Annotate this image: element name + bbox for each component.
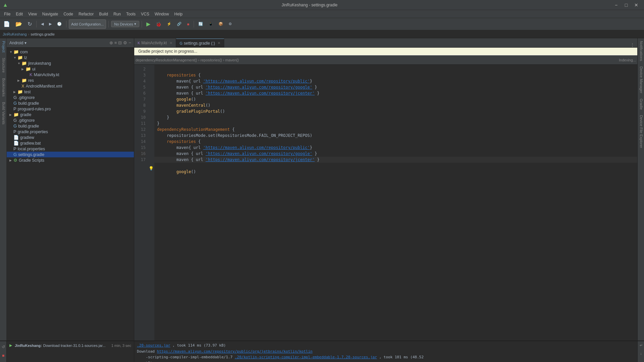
tree-item-gradle-props[interactable]: P gradle.properties	[7, 129, 134, 135]
run-button[interactable]: ▶	[144, 19, 152, 29]
sync-project-button[interactable]: 🔄	[196, 19, 205, 29]
tree-item-gradlew[interactable]: 📄 gradlew	[7, 135, 134, 140]
url-link-4[interactable]: 'https://maven.aliyun.com/repository/pub…	[203, 145, 310, 150]
menu-item-navigate[interactable]: Navigate	[40, 11, 61, 17]
tree-item-ui[interactable]: ▶ 📁 ui	[7, 66, 134, 72]
minimize-button[interactable]: −	[611, 0, 621, 10]
url-link-2[interactable]: 'https://maven.aliyun.com/repository/goo…	[206, 85, 312, 90]
sync-files-icon[interactable]: ↻	[26, 19, 34, 29]
tab-close-settings-gradle[interactable]: ✕	[217, 41, 220, 45]
tree-item-gradle-folder[interactable]: ▶ 📁 gradle	[7, 112, 134, 117]
editor-area: K MainActivity.kt ✕ G settings.gradle (:…	[134, 38, 637, 341]
url-link-1[interactable]: 'https://maven.aliyun.com/repository/pub…	[203, 79, 310, 84]
build-status-icon: ▶	[9, 343, 12, 348]
tree-item-gitignore1[interactable]: G .gitignore	[7, 95, 134, 100]
tree-label: build.gradle	[18, 124, 39, 128]
new-project-icon[interactable]: 📄	[1, 19, 12, 29]
filter-icon[interactable]: ⊟	[118, 40, 122, 45]
avd-manager-button[interactable]: 📱	[206, 19, 215, 29]
tree-item-res[interactable]: ▶ 📁 res	[7, 77, 134, 83]
menu-item-window[interactable]: Window	[152, 11, 172, 17]
menu-item-vcs[interactable]: VCS	[138, 11, 152, 17]
menu-item-file[interactable]: File	[1, 11, 13, 17]
tab-settings-gradle[interactable]: G settings.gradle (:) ✕	[176, 39, 224, 47]
sdk-manager-button[interactable]: 📦	[216, 19, 225, 29]
open-file-icon[interactable]: 📂	[13, 19, 24, 29]
gear-icon[interactable]: ⚙	[123, 40, 127, 45]
menu-item-build[interactable]: Build	[96, 11, 111, 17]
recent-files-icon[interactable]: 🕐	[55, 19, 64, 29]
profile-button[interactable]: ⚡	[165, 19, 174, 29]
breadcrumb-project[interactable]: JinRuKeshang	[3, 32, 27, 36]
maximize-button[interactable]: □	[621, 0, 631, 10]
project-sidebar-label[interactable]: Project	[0, 38, 6, 55]
device-manager-label[interactable]: Device Manager	[638, 64, 644, 96]
tree-item-lz[interactable]: ▼ 📁 lz	[7, 55, 134, 60]
tree-item-gitignore2[interactable]: G .gitignore	[7, 117, 134, 123]
back-icon[interactable]: ◀	[39, 19, 46, 29]
tree-item-build-gradle2[interactable]: G build.gradle	[7, 123, 134, 129]
menu-item-refactor[interactable]: Refactor	[76, 11, 96, 17]
gutter-line	[148, 151, 154, 158]
url-link-5[interactable]: 'https://maven.aliyun.com/repository/goo…	[206, 151, 312, 156]
log-url-2[interactable]: https://maven.aliyun.com/repository/publ…	[157, 349, 313, 354]
tree-item-gradle-scripts[interactable]: ▶ ⚙ Gradle Scripts	[7, 157, 134, 163]
tree-item-test[interactable]: ▶ 📁 test	[7, 89, 134, 95]
settings-button[interactable]: ⚙	[227, 19, 234, 29]
scroll-end-icon[interactable]: ↓	[638, 349, 644, 357]
toolbar-separator-4	[142, 21, 142, 28]
folder-icon: 📁	[21, 78, 27, 83]
titlebar-title: JinRuKeshang - settings.gradle	[8, 3, 611, 7]
collapse-icon[interactable]: −	[129, 40, 131, 45]
forward-icon[interactable]: ▶	[47, 19, 54, 29]
code-area[interactable]: repositories { maven{ url 'https://maven…	[154, 65, 637, 341]
tree-item-mainactivity[interactable]: K MainActivity.kt	[7, 72, 134, 77]
restart-icon[interactable]: ↺	[0, 343, 7, 351]
tree-item-proguard[interactable]: P proguard-rules.pro	[7, 106, 134, 112]
structure-label[interactable]: Structure	[0, 55, 6, 75]
stop-build-icon[interactable]: ■	[0, 351, 7, 360]
gutter-line	[148, 137, 154, 144]
device-file-explorer-label[interactable]: Device File Explorer	[638, 112, 644, 151]
add-config-button[interactable]: Add Configuration...	[69, 19, 106, 29]
debug-button[interactable]: 🐞	[154, 19, 163, 29]
menu-item-help[interactable]: Help	[171, 11, 185, 17]
sort-icon[interactable]: ≡	[114, 40, 117, 45]
menu-item-run[interactable]: Run	[111, 11, 123, 17]
notifications-label[interactable]: Notifications	[638, 38, 644, 64]
url-link-3[interactable]: 'https://maven.aliyun.com/repository/jce…	[206, 91, 315, 96]
bookmarks-label[interactable]: Bookmarks	[0, 75, 6, 99]
url-link-6[interactable]: 'https://maven.aliyun.com/repository/jce…	[206, 157, 315, 162]
gutter-bulb-icon[interactable]: 💡	[148, 165, 154, 172]
attach-debugger-button[interactable]: 🔗	[175, 19, 184, 29]
file-icon: 📄	[13, 141, 19, 146]
tab-mainactivity[interactable]: K MainActivity.kt ✕	[134, 39, 176, 47]
chevron-down-icon[interactable]: ▾	[24, 41, 27, 45]
menu-item-tools[interactable]: Tools	[123, 11, 138, 17]
tree-item-settings-gradle[interactable]: G settings.gradle	[7, 152, 134, 157]
tree-item-build-gradle[interactable]: G build.gradle	[7, 100, 134, 106]
wrap-text-icon[interactable]: ↵	[638, 341, 644, 349]
menu-item-code[interactable]: Code	[61, 11, 76, 17]
gradle-label[interactable]: Gradle	[638, 96, 644, 112]
tree-item-com[interactable]: ▼ 📁 com	[7, 49, 134, 55]
tree-item-androidmanifest[interactable]: X AndroidManifest.xml	[7, 83, 134, 89]
tree-item-jinrukeshang[interactable]: ▼ 📁 jinrukeshang	[7, 60, 134, 66]
project-panel: Android ▾ ⊕ ≡ ⊟ ⚙ − ▼ 📁 com ▼ 📁	[7, 38, 134, 341]
tab-close-mainactivity[interactable]: ✕	[169, 41, 172, 45]
menu-item-edit[interactable]: Edit	[13, 11, 26, 17]
gutter-line	[148, 94, 154, 101]
log-url-1[interactable]: .20-sources.jar	[137, 343, 170, 348]
tree-item-gradlew-bat[interactable]: 📄 gradlew.bat	[7, 140, 134, 146]
tabs-overflow-button[interactable]: ⋮	[628, 42, 637, 47]
build-variants-label[interactable]: Build Variants	[0, 99, 6, 127]
log-url-2b[interactable]: .20/kotlin-scripting-compiler-impl-embed…	[235, 355, 377, 359]
stop-button[interactable]: ■	[185, 19, 191, 29]
no-devices-dropdown[interactable]: No Devices ▾	[111, 21, 139, 27]
close-button[interactable]: ✕	[631, 0, 641, 10]
scope-icon[interactable]: ⊕	[109, 40, 113, 45]
breadcrumb-file[interactable]: settings.gradle	[31, 32, 55, 36]
tree-item-local-props[interactable]: P local.properties	[7, 146, 134, 152]
menu-item-view[interactable]: View	[26, 11, 40, 17]
build-item[interactable]: ▶ JinRuKeshang: Download tracker-31.0.1-…	[8, 343, 133, 348]
